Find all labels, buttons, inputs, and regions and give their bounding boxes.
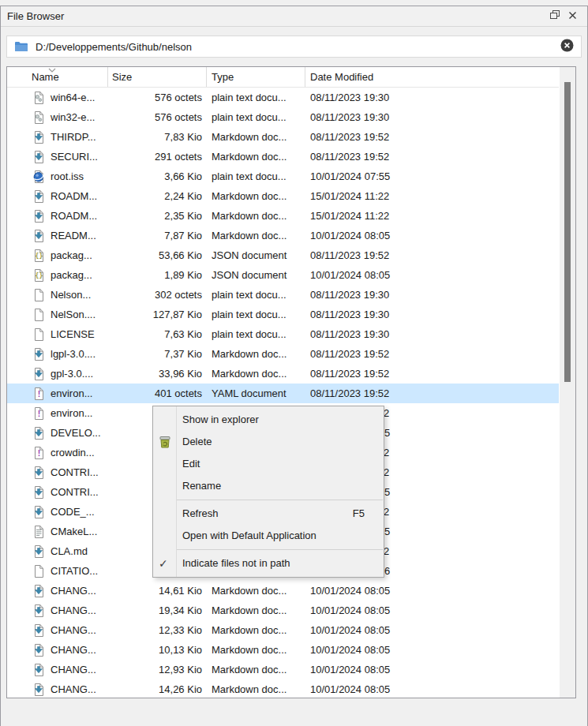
file-date-cell: 08/11/2023 19:52 (305, 368, 559, 380)
file-name-cell: win32-e... (7, 110, 108, 125)
file-name-cell: CONTRI... (7, 466, 108, 480)
file-row[interactable]: win64-e...576 octetsplain text docu...08… (7, 88, 559, 107)
file-row[interactable]: CHANG...10,13 KioMarkdown doc...10/01/20… (7, 640, 559, 660)
file-name-cell: CHANG... (7, 663, 108, 677)
file-size-cell: 7,37 Kio (108, 348, 207, 360)
column-header-name[interactable]: Name (7, 67, 108, 87)
file-name-label: CITATIO... (51, 565, 98, 577)
file-name-label: SECURI... (51, 151, 98, 163)
menu-item-indicate-files-not-in-path[interactable]: ✓Indicate files not in path (153, 552, 384, 574)
close-button[interactable] (564, 9, 581, 24)
file-row[interactable]: CHANG...19,34 KioMarkdown doc...10/01/20… (7, 601, 559, 620)
titlebar: File Browser (1, 6, 587, 27)
file-size-cell: 7,83 Kio (108, 131, 207, 143)
menu-item-edit[interactable]: Edit (153, 453, 384, 475)
file-name-label: CHANG... (51, 683, 96, 695)
close-icon (568, 10, 577, 22)
file-row[interactable]: gpl-3.0....33,96 KioMarkdown doc...08/11… (7, 364, 559, 384)
yaml-file-icon: ! (32, 446, 46, 460)
file-row[interactable]: win32-e...576 octetsplain text docu...08… (7, 107, 559, 127)
menu-item-label: Delete (182, 436, 212, 447)
float-window-icon (550, 10, 560, 22)
column-header-date-modified[interactable]: Date Modified (305, 67, 559, 87)
file-row[interactable]: LICENSE7,63 Kioplain text docu...08/11/2… (7, 324, 559, 344)
file-name-label: CHANG... (51, 644, 96, 656)
file-size-cell: 53,66 Kio (108, 249, 207, 261)
menu-item-label: Show in explorer (182, 414, 259, 425)
current-path-text: D:/Developpements/Github/nelson (36, 41, 556, 53)
file-row[interactable]: {}packag...53,66 KioJSON document08/11/2… (7, 245, 559, 265)
file-type-cell: Markdown doc... (207, 210, 305, 222)
file-date-cell: 08/11/2023 19:52 (305, 249, 559, 261)
file-date-cell: 10/01/2024 08:05 (305, 269, 559, 281)
float-window-button[interactable] (546, 9, 564, 24)
file-row[interactable]: READM...7,87 KioMarkdown doc...10/01/202… (7, 226, 559, 245)
yaml-file-icon: ! (32, 406, 46, 421)
file-name-cell: !environ... (7, 387, 108, 401)
plain-file-icon (32, 288, 46, 302)
file-row[interactable]: ROADM...2,35 KioMarkdown doc...15/01/202… (7, 206, 559, 226)
file-row[interactable]: Nelson...302 octetsplain text docu...08/… (7, 285, 559, 305)
markdown-file-icon (32, 584, 46, 598)
file-name-cell: ROADM... (7, 209, 108, 223)
file-name-cell: CONTRI... (7, 485, 108, 500)
file-type-cell: JSON document (207, 269, 305, 281)
file-row[interactable]: THIRDP...7,83 KioMarkdown doc...08/11/20… (7, 127, 559, 147)
file-type-cell: Markdown doc... (207, 585, 305, 597)
file-name-label: ROADM... (51, 210, 97, 222)
file-name-cell: NelSon.... (7, 308, 108, 322)
file-type-cell: Markdown doc... (207, 644, 305, 656)
file-name-cell: Nelson... (7, 288, 108, 302)
file-row[interactable]: NelSon....127,87 Kioplain text docu...08… (7, 305, 559, 324)
file-list-view: Name Size Type Date Modified win64-e...5… (6, 66, 576, 698)
file-row[interactable]: CHANG...12,93 KioMarkdown doc...10/01/20… (7, 660, 559, 679)
menu-item-rename[interactable]: Rename (153, 475, 384, 497)
path-input[interactable]: D:/Developpements/Github/nelson (6, 36, 582, 58)
file-row[interactable]: ROADM...2,24 KioMarkdown doc...15/01/202… (7, 186, 559, 206)
file-date-cell: 10/01/2024 07:55 (305, 170, 559, 182)
plain-file-icon (32, 308, 46, 322)
scrollbar-thumb[interactable] (564, 82, 571, 382)
file-name-label: win64-e... (51, 92, 95, 103)
file-type-cell: Markdown doc... (207, 624, 305, 636)
menu-item-show-in-explorer[interactable]: Show in explorer (153, 409, 384, 431)
file-row[interactable]: CHANG...12,33 KioMarkdown doc...10/01/20… (7, 620, 559, 640)
column-header-size[interactable]: Size (108, 67, 207, 87)
file-size-cell: 33,96 Kio (108, 368, 207, 380)
file-row[interactable]: lgpl-3.0....7,37 KioMarkdown doc...08/11… (7, 344, 559, 364)
file-size-cell: 127,87 Kio (108, 309, 207, 320)
markdown-file-icon (32, 683, 46, 697)
markdown-file-icon (32, 130, 46, 144)
file-name-cell: {}packag... (7, 249, 108, 263)
clear-path-button[interactable] (560, 39, 574, 54)
markdown-file-icon (32, 367, 46, 381)
file-name-cell: !environ... (7, 406, 108, 421)
svg-text:!: ! (38, 447, 41, 457)
file-name-cell: CHANG... (7, 643, 108, 657)
file-size-cell: 302 octets (108, 289, 207, 301)
file-name-cell: gpl-3.0.... (7, 367, 108, 381)
file-row[interactable]: SECURI...291 octetsMarkdown doc...08/11/… (7, 147, 559, 167)
file-name-cell: CHANG... (7, 623, 108, 638)
menu-item-delete[interactable]: Delete (153, 431, 384, 453)
file-name-label: crowdin... (51, 447, 95, 458)
folder-icon (14, 41, 28, 52)
file-name-label: NelSon.... (51, 309, 96, 320)
file-row[interactable]: {}packag...1,89 KioJSON document10/01/20… (7, 265, 559, 285)
file-row[interactable]: !environ...401 octetsYAML document08/11/… (7, 384, 559, 403)
recycle-bin-icon (157, 434, 173, 450)
file-size-cell: 14,61 Kio (108, 585, 207, 597)
vertical-scrollbar[interactable] (560, 67, 575, 698)
file-row[interactable]: CHANG...14,61 KioMarkdown doc...10/01/20… (7, 581, 559, 601)
column-header-type[interactable]: Type (207, 67, 305, 87)
file-row[interactable]: CHANG...14,26 KioMarkdown doc...10/01/20… (7, 679, 559, 698)
file-row[interactable]: root.iss3,66 Kioplain text docu...10/01/… (7, 167, 559, 186)
text-lines-file-icon (32, 525, 46, 539)
file-date-cell: 08/11/2023 19:30 (305, 328, 559, 340)
menu-item-open-with-default-application[interactable]: Open with Default Application (153, 525, 384, 547)
file-date-cell: 10/01/2024 08:05 (305, 230, 559, 241)
markdown-file-icon (32, 466, 46, 480)
file-size-cell: 7,63 Kio (108, 328, 207, 340)
menu-item-refresh[interactable]: F5Refresh (153, 503, 384, 525)
file-name-label: root.iss (51, 170, 84, 182)
